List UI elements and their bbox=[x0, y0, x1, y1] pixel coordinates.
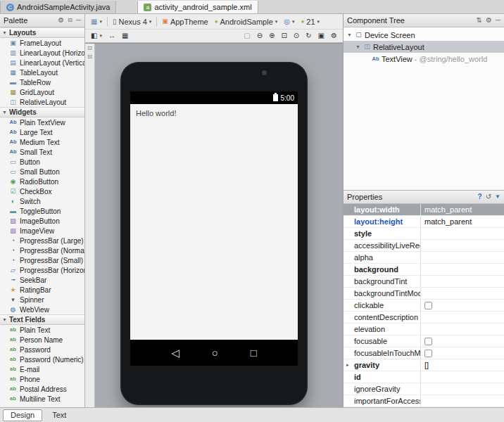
palette-item-radiobutton[interactable]: ◉RadioButton bbox=[0, 177, 84, 186]
property-value[interactable] bbox=[421, 347, 504, 359]
property-value[interactable]: [] bbox=[421, 359, 504, 371]
refresh-button[interactable]: ↻ bbox=[303, 30, 314, 42]
palette-section-widgets[interactable]: ▼Widgets bbox=[0, 107, 84, 117]
revert-icon[interactable]: ↺ bbox=[486, 193, 491, 200]
palette-item-plain-text[interactable]: abPlain Text bbox=[0, 325, 84, 335]
palette-collapse-icon[interactable]: ⊟ bbox=[68, 18, 73, 23]
palette-item-progressbar-small[interactable]: ◔ProgressBar (Small) bbox=[0, 255, 84, 265]
property-checkbox[interactable] bbox=[424, 338, 432, 345]
theme-selector[interactable]: ▣ AppTheme bbox=[159, 15, 210, 27]
property-value[interactable]: match_parent bbox=[421, 216, 504, 227]
property-row-contentdescription[interactable]: contentDescription bbox=[344, 312, 504, 324]
device-selector[interactable]: ▯ Nexus 4 ▾ bbox=[110, 15, 154, 27]
property-value[interactable] bbox=[421, 252, 504, 263]
property-row-elevation[interactable]: elevation bbox=[344, 324, 504, 335]
palette-item-phone[interactable]: abPhone bbox=[0, 374, 84, 384]
palette-item-password-numeric[interactable]: abPassword (Numeric) bbox=[0, 354, 84, 364]
property-value[interactable] bbox=[421, 324, 504, 335]
property-row-clickable[interactable]: clickable bbox=[344, 300, 504, 312]
zoom-out-button[interactable]: ⊖ bbox=[254, 30, 265, 42]
palette-item-linearlayout-horizontal[interactable]: ▥LinearLayout (Horizontal) bbox=[0, 48, 84, 58]
zoom-in-button[interactable]: ⊕ bbox=[266, 30, 277, 42]
palette-item-progressbar-horizontal[interactable]: ▱ProgressBar (Horizontal) bbox=[0, 265, 84, 275]
recents-button-icon[interactable]: □ bbox=[251, 347, 257, 359]
palette-item-gridlayout[interactable]: ▦GridLayout bbox=[0, 87, 84, 97]
property-row-importantforaccessibility[interactable]: importantForAccessibility bbox=[344, 395, 504, 407]
tree-item-device-screen[interactable]: ▼▢Device Screen bbox=[344, 29, 504, 41]
property-row-gravity[interactable]: ▸gravity[] bbox=[344, 359, 504, 371]
property-value[interactable] bbox=[421, 395, 504, 407]
palette-item-small-button[interactable]: ▭Small Button bbox=[0, 167, 84, 177]
property-row-layout-height[interactable]: layout:heightmatch_parent bbox=[344, 216, 504, 228]
tree-item-relativelayout[interactable]: ▼◫RelativeLayout bbox=[344, 41, 504, 53]
palette-item-progressbar-normal[interactable]: ◔ProgressBar (Normal) bbox=[0, 245, 84, 255]
palette-item-relativelayout[interactable]: ◫RelativeLayout bbox=[0, 97, 84, 107]
zoom-actual-button[interactable]: ⊙ bbox=[291, 30, 302, 42]
property-checkbox[interactable] bbox=[424, 350, 432, 357]
property-row-focusable[interactable]: focusable bbox=[344, 335, 504, 347]
palette-item-webview[interactable]: ◍WebView bbox=[0, 305, 84, 314]
palette-item-tablerow[interactable]: ▬TableRow bbox=[0, 77, 84, 87]
palette-settings-icon[interactable]: ⚙ bbox=[58, 17, 64, 24]
property-row-alpha[interactable]: alpha bbox=[344, 252, 504, 264]
palette-section-text-fields[interactable]: ▼Text Fields bbox=[0, 314, 84, 325]
palette-item-e-mail[interactable]: abE-mail bbox=[0, 364, 84, 374]
tree-item-textview[interactable]: AbTextView - @string/hello_world bbox=[344, 53, 504, 65]
device-screen-preview[interactable]: 5:00 Hello world! ◁ ○ □ bbox=[130, 91, 298, 366]
property-row-backgroundtint[interactable]: backgroundTint bbox=[344, 276, 504, 288]
size-button[interactable]: ↔ bbox=[106, 30, 118, 42]
property-value[interactable] bbox=[421, 228, 504, 239]
property-row-style[interactable]: style bbox=[344, 228, 504, 240]
tree-expand-icon[interactable]: ▼ bbox=[346, 32, 353, 37]
palette-item-checkbox[interactable]: ☑CheckBox bbox=[0, 186, 84, 196]
palette-item-switch[interactable]: ◐Switch bbox=[0, 196, 84, 206]
palette-item-framelayout[interactable]: ▣FrameLayout bbox=[0, 38, 84, 48]
palette-item-button[interactable]: ▭Button bbox=[0, 157, 84, 167]
palette-item-linearlayout-vertical[interactable]: ▤LinearLayout (Vertical) bbox=[0, 58, 84, 68]
locale-selector[interactable]: ◎ ▾ bbox=[281, 15, 297, 27]
property-row-background[interactable]: background bbox=[344, 264, 504, 276]
tab-androidsampleactivity-java[interactable]: C AndroidSampleActivity.java bbox=[0, 1, 116, 13]
palette-item-progressbar-large[interactable]: ◔ProgressBar (Large) bbox=[0, 236, 84, 245]
property-value[interactable] bbox=[421, 240, 504, 251]
property-value[interactable] bbox=[421, 276, 504, 287]
palette-item-postal-address[interactable]: abPostal Address bbox=[0, 384, 84, 394]
property-row-backgroundtintmode[interactable]: backgroundTintMode bbox=[344, 288, 504, 300]
palette-item-medium-text[interactable]: AbMedium Text bbox=[0, 137, 84, 147]
property-value[interactable] bbox=[421, 371, 504, 383]
tab-text[interactable]: Text bbox=[44, 409, 74, 421]
palette-item-multiline-text[interactable]: abMultiline Text bbox=[0, 394, 84, 404]
screen-content[interactable]: Hello world! bbox=[130, 104, 298, 340]
palette-item-spinner[interactable]: ▾Spinner bbox=[0, 295, 84, 305]
strip-collapse-icon[interactable]: ⊟ bbox=[87, 54, 92, 60]
home-button-icon[interactable]: ○ bbox=[212, 347, 218, 359]
property-value[interactable] bbox=[421, 383, 504, 395]
palette-item-large-text[interactable]: AbLarge Text bbox=[0, 127, 84, 137]
sort-icon[interactable]: ⇅ bbox=[477, 17, 482, 24]
tree-hide-icon[interactable]: ─ bbox=[496, 17, 500, 24]
orientation-button[interactable]: ◧ ▾ bbox=[88, 30, 105, 42]
back-button-icon[interactable]: ◁ bbox=[171, 347, 179, 359]
property-expand-icon[interactable]: ▸ bbox=[346, 362, 353, 368]
property-value[interactable] bbox=[421, 312, 504, 323]
configuration-combo[interactable]: ▦ ▾ bbox=[88, 15, 105, 27]
tree-expand-icon[interactable]: ▼ bbox=[355, 44, 361, 49]
property-value[interactable] bbox=[421, 288, 504, 299]
property-value[interactable] bbox=[421, 335, 504, 347]
palette-item-plain-textview[interactable]: AbPlain TextView bbox=[0, 117, 84, 127]
tab-design[interactable]: Design bbox=[3, 409, 42, 421]
hello-world-text[interactable]: Hello world! bbox=[136, 109, 176, 117]
property-row-id[interactable]: id bbox=[344, 371, 504, 383]
help-icon[interactable]: ? bbox=[478, 193, 482, 200]
palette-section-layouts[interactable]: ▼Layouts bbox=[0, 27, 84, 38]
preview-settings-button[interactable]: ⚙ bbox=[328, 30, 340, 42]
property-row-focusableintouchmode[interactable]: focusableInTouchMode bbox=[344, 347, 504, 359]
palette-item-togglebutton[interactable]: ▬ToggleButton bbox=[0, 206, 84, 216]
zoom-fit-button[interactable]: ⊡ bbox=[278, 30, 289, 42]
property-row-accessibilityliveregion[interactable]: accessibilityLiveRegion bbox=[344, 240, 504, 252]
strip-toggle-icon[interactable]: ⊡ bbox=[87, 46, 92, 51]
tree-settings-icon[interactable]: ⚙ bbox=[486, 17, 492, 24]
property-value[interactable] bbox=[421, 300, 504, 311]
property-row-ignoregravity[interactable]: ignoreGravity bbox=[344, 383, 504, 395]
screenshot-button[interactable]: ▣ bbox=[315, 30, 327, 42]
